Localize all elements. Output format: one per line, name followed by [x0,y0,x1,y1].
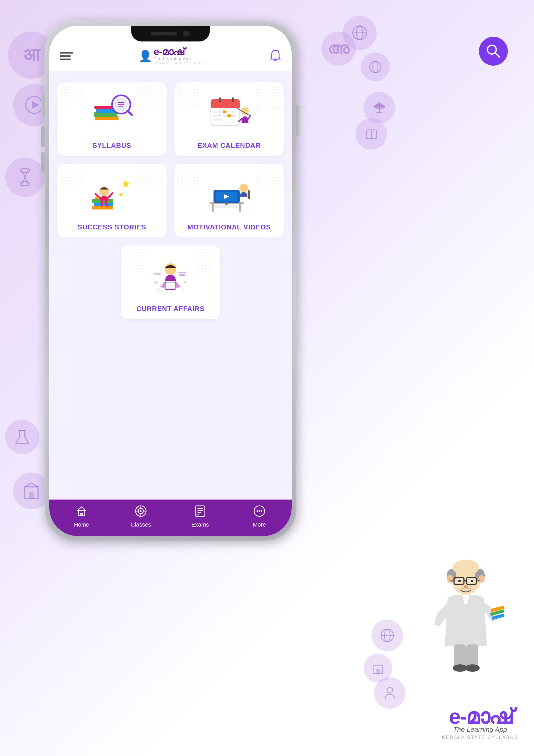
svg-point-14 [369,61,381,72]
current-affairs-illustration [144,253,197,301]
svg-rect-56 [213,119,217,121]
svg-point-81 [240,184,248,192]
svg-rect-79 [225,202,228,205]
nav-more[interactable]: More [230,505,289,528]
svg-point-110 [259,510,260,512]
svg-rect-57 [218,119,222,121]
svg-line-9 [25,483,32,487]
motivational-videos-label: MOTIVATIONAL VIDEOS [187,223,271,231]
svg-rect-43 [211,104,240,108]
hamburger-menu[interactable] [60,52,73,60]
svg-point-91 [184,281,186,284]
svg-rect-62 [92,206,113,209]
svg-rect-88 [179,274,186,276]
svg-line-69 [106,201,107,206]
bg-circle-flask [5,420,39,454]
svg-rect-8 [29,492,34,499]
svg-rect-80 [215,205,239,208]
more-icon [253,505,266,519]
motivational-illustration [203,172,255,219]
svg-rect-63 [94,202,113,206]
svg-rect-87 [178,272,186,273]
svg-rect-53 [223,115,226,117]
mascot-character [416,556,516,677]
card-dots-2 [255,85,281,111]
svg-point-93 [181,288,184,292]
nav-home[interactable]: Home [52,505,111,528]
mascot-svg [424,556,508,677]
bg-circle-dna [5,157,45,197]
success-stories-label: SUCCESS STORIES [78,223,146,231]
svg-line-40 [127,111,132,115]
logo-tagline: The Learning App [154,57,205,62]
card-dots-4 [255,166,281,193]
svg-point-92 [157,288,161,292]
svg-point-116 [447,575,453,583]
svg-rect-44 [219,97,221,102]
svg-rect-103 [195,506,205,516]
card-dots-left-4 [177,166,198,187]
svg-point-2 [20,169,30,173]
logo-text: e-മാഷ് [154,47,205,57]
syllabus-label: SYLLABUS [92,142,131,149]
bg-circle-globe2 [361,52,390,81]
motivational-videos-card[interactable]: MOTIVATIONAL VIDEOS [174,164,284,237]
svg-marker-1 [32,101,39,109]
exam-calendar-card[interactable]: EXAM CALENDAR [174,82,284,156]
grid-row-3: CURRENT AFFAIRS [57,245,284,319]
svg-line-10 [32,483,38,487]
svg-rect-55 [232,115,236,117]
success-illustration: ★ ★ [86,172,138,219]
bg-circle-building [13,472,50,509]
bg-circle-person [374,677,405,709]
exams-icon [194,505,206,519]
svg-rect-48 [223,111,226,113]
svg-point-135 [465,664,480,672]
nav-classes[interactable]: Classes [111,505,170,528]
svg-rect-89 [153,273,161,275]
app-logo: 👤 e-മാഷ് The Learning App KERALA STATE S… [139,47,205,65]
svg-text:★: ★ [121,178,131,190]
syllabus-card[interactable]: SYLLABUS [57,82,166,156]
svg-point-83 [165,263,176,275]
camera [183,30,190,37]
bottom-nav: Home [49,500,292,536]
svg-rect-26 [376,669,380,674]
svg-point-90 [155,281,158,284]
svg-rect-82 [248,190,250,199]
card-dots-left-1 [60,85,81,106]
svg-rect-74 [212,204,214,212]
svg-rect-46 [213,111,217,113]
svg-rect-49 [227,111,231,113]
nav-exams-label: Exams [191,521,209,528]
nav-exams[interactable]: Exams [170,505,230,528]
syllabus-illustration [86,90,138,137]
bg-circle-book [356,118,387,149]
bg-circle-mal: അ [321,32,356,66]
svg-line-60 [248,116,250,119]
success-stories-card[interactable]: ★ ★ SUCCESS STORIES [57,164,166,237]
bg-circle-globe3 [371,619,403,651]
svg-rect-50 [232,111,236,113]
svg-point-5 [20,182,30,186]
svg-marker-19 [373,101,385,107]
app-main: SYLLABUS [49,72,292,500]
svg-line-29 [495,53,499,57]
svg-point-126 [470,580,473,582]
svg-line-67 [109,193,112,198]
svg-rect-95 [80,513,83,516]
svg-rect-45 [232,97,234,102]
app-screen: 👤 e-മാഷ് The Learning App KERALA STATE S… [49,26,292,536]
svg-rect-47 [218,111,222,113]
nav-home-label: Home [74,521,89,528]
phone-notch [131,26,210,41]
bell-button[interactable] [269,49,281,63]
brand-subtitle: KERALA STATE SYLLABUS [442,735,518,740]
svg-rect-52 [218,115,222,117]
current-affairs-card[interactable]: CURRENT AFFAIRS [121,245,220,319]
exam-calendar-illustration [203,90,255,137]
svg-point-27 [387,687,393,693]
svg-rect-107 [197,514,199,515]
svg-point-98 [140,510,141,512]
search-button[interactable] [479,37,508,66]
